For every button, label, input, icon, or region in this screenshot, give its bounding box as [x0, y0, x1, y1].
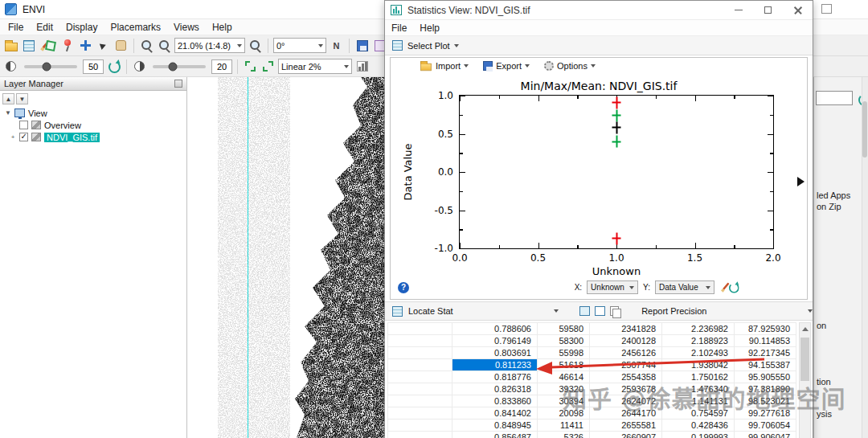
zoom-out-magnifier-icon[interactable] — [139, 38, 154, 53]
table-cell[interactable]: 0.856487 — [452, 432, 538, 438]
toolbox-scrollbar-thumb[interactable] — [862, 101, 867, 158]
table-cell[interactable]: 99.277618 — [735, 407, 796, 420]
tree-item-layer[interactable]: + NDVI_GIS.tif — [0, 131, 186, 143]
table-cell[interactable]: 0.754597 — [662, 407, 735, 420]
table-cell[interactable]: 58300 — [538, 335, 590, 347]
table-cell[interactable] — [388, 323, 452, 335]
table-row[interactable]: 0.8263183932025936781.47634097.381890 — [388, 383, 796, 395]
table-view-toggle-icon[interactable] — [579, 306, 590, 316]
contrast-slider-knob[interactable] — [169, 62, 178, 71]
table-cell[interactable] — [388, 359, 452, 371]
table-cell[interactable]: 92.217345 — [735, 347, 796, 359]
export-button[interactable]: Export — [483, 61, 530, 71]
table-cell[interactable]: 2655581 — [590, 420, 662, 432]
close-button[interactable] — [783, 1, 813, 20]
table-cell[interactable]: 5326 — [538, 432, 590, 438]
stretch-type-combo[interactable]: Linear 2% — [278, 59, 352, 74]
table-cell[interactable]: 11411 — [538, 420, 590, 432]
brightness-slider-knob[interactable] — [42, 62, 51, 71]
table-cell[interactable]: 2660907 — [590, 432, 662, 438]
table-cell[interactable]: 2554358 — [590, 371, 662, 383]
table-cell[interactable] — [388, 432, 452, 438]
statistics-titlebar[interactable]: Statistics View: NDVI_GIS.tif — [385, 1, 813, 20]
table-cell[interactable]: 2400128 — [590, 335, 662, 347]
help-icon[interactable] — [398, 282, 409, 293]
tree-expand-icon[interactable]: + — [10, 133, 16, 141]
table-cell[interactable]: 30394 — [538, 395, 590, 407]
minimize-button[interactable] — [723, 1, 753, 20]
contrast-input[interactable] — [211, 59, 232, 74]
stretch-full-icon[interactable] — [260, 59, 276, 74]
table-cell[interactable]: 0.796149 — [452, 335, 538, 347]
envi-menu-item[interactable]: Display — [59, 20, 104, 35]
stats-menu-item[interactable]: Help — [413, 21, 446, 35]
edit-plot-icon[interactable] — [719, 280, 721, 293]
table-row[interactable]: 0.8414022009826441700.75459799.277618 — [388, 407, 796, 420]
layer-move-down-button[interactable]: ▼ — [16, 93, 28, 104]
layer-move-up-button[interactable]: ▲ — [2, 93, 14, 104]
table-cell[interactable]: 2624072 — [590, 395, 662, 407]
table-row[interactable]: 0.856487532626609070.19999399.906047 — [388, 432, 796, 438]
open-folder-icon[interactable] — [3, 38, 18, 53]
envi-menu-item[interactable]: Edit — [30, 20, 59, 35]
rotation-combo[interactable]: 0° — [273, 38, 326, 53]
table-cell[interactable]: 51618 — [538, 359, 590, 371]
select-plot-button[interactable]: Select Plot — [407, 41, 450, 51]
annotation-pencil-icon[interactable] — [39, 38, 40, 53]
table-cell[interactable] — [388, 395, 452, 407]
cursor-value-icon[interactable] — [96, 38, 111, 53]
brightness-slider[interactable] — [24, 65, 77, 68]
table-cell[interactable]: 99.906047 — [735, 432, 796, 438]
table-cell[interactable] — [388, 420, 452, 432]
scrollbar-thumb[interactable] — [800, 338, 809, 381]
table-cell[interactable]: 46614 — [538, 371, 590, 383]
data-manager-icon[interactable] — [21, 38, 36, 53]
envi-maximize-button[interactable] — [821, 4, 832, 14]
table-cell[interactable] — [388, 407, 452, 420]
table-cell[interactable]: 55998 — [538, 347, 590, 359]
options-button[interactable]: Options — [544, 61, 596, 71]
table-row[interactable]: 0.8112335161825077441.93804294.155387 — [388, 359, 796, 371]
locate-stat-button[interactable]: Locate Stat — [408, 306, 453, 316]
tree-item-overview[interactable]: Overview — [0, 119, 186, 131]
table-cell[interactable]: 2456126 — [590, 347, 662, 359]
table-cell[interactable]: 2.102493 — [662, 347, 735, 359]
x-axis-select[interactable]: Unknown — [587, 280, 638, 294]
table-scrollbar[interactable] — [799, 322, 811, 438]
table-cell[interactable]: 2644170 — [590, 407, 662, 420]
table-cell[interactable]: 2593678 — [590, 383, 662, 395]
tree-collapse-icon[interactable]: ▼ — [5, 109, 11, 117]
layer-checkbox[interactable] — [19, 133, 28, 141]
table-cell[interactable]: 0.818776 — [452, 371, 538, 383]
histogram-stretch-icon[interactable] — [354, 59, 370, 74]
envi-menu-item[interactable]: File — [2, 20, 30, 35]
table-cell[interactable]: 90.114853 — [735, 335, 796, 347]
maximize-button[interactable] — [753, 1, 783, 20]
table-cell[interactable] — [388, 371, 452, 383]
zoom-level-combo[interactable]: 21.0% (1:4.8) — [174, 38, 245, 53]
envi-menu-item[interactable]: Placemarks — [104, 20, 167, 35]
table-cell[interactable]: 2.188923 — [662, 335, 735, 347]
crosshair-icon[interactable] — [78, 38, 93, 53]
table-cell[interactable] — [388, 383, 452, 395]
table-row[interactable]: 0.7886065958023418282.23698287.925930 — [388, 323, 796, 335]
import-button[interactable]: Import — [420, 60, 469, 72]
table-cell[interactable]: 0.826318 — [452, 383, 538, 395]
stretch-extent-icon[interactable] — [243, 59, 258, 74]
table-cell[interactable]: 2.236982 — [662, 323, 735, 335]
toolbox-scrollbar[interactable] — [862, 77, 868, 438]
table-cell[interactable]: 2341828 — [590, 323, 662, 335]
toolbox-item[interactable]: led Apps — [817, 190, 850, 200]
table-cell[interactable]: 98.523021 — [735, 395, 796, 407]
table-cell[interactable]: 0.848945 — [452, 420, 538, 432]
overview-checkbox[interactable] — [19, 121, 28, 129]
export-view-icon[interactable] — [354, 38, 370, 53]
next-plot-arrow[interactable] — [797, 177, 805, 186]
table-cell[interactable]: 0.428436 — [662, 420, 735, 432]
table-cell[interactable]: 1.938042 — [662, 359, 735, 371]
table-cell[interactable]: 0.788606 — [452, 323, 538, 335]
toolbox-item[interactable]: on — [817, 321, 826, 330]
plot-view-toggle-icon[interactable] — [595, 306, 605, 316]
table-cell[interactable]: 20098 — [538, 407, 590, 420]
panel-menu-icon[interactable] — [174, 80, 182, 88]
